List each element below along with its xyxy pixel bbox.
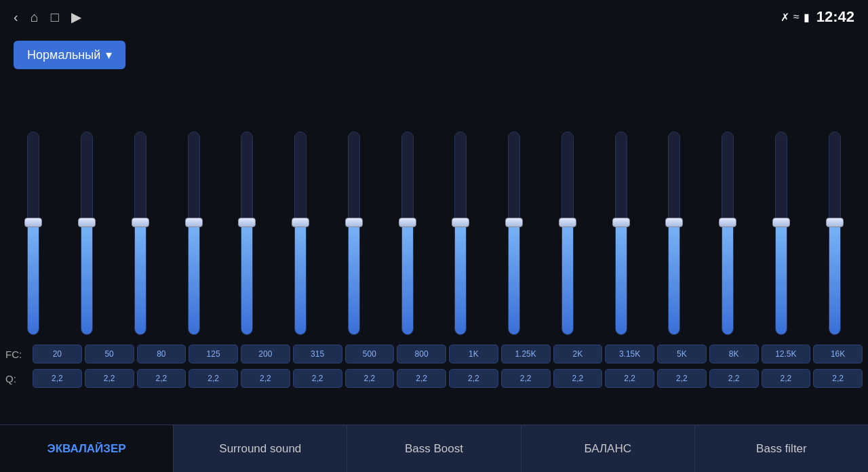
- fc-button-13[interactable]: 8K: [709, 345, 759, 363]
- slider-thumb-4[interactable]: [238, 218, 256, 227]
- q-button-11[interactable]: 2,2: [605, 369, 654, 388]
- slider-column-12[interactable]: [648, 78, 701, 342]
- fc-button-3[interactable]: 125: [189, 345, 238, 363]
- slider-thumb-2[interactable]: [132, 218, 149, 227]
- slider-fill-5: [295, 222, 306, 334]
- q-button-4[interactable]: 2,2: [241, 369, 290, 388]
- slider-column-14[interactable]: [755, 78, 808, 342]
- slider-thumb-11[interactable]: [612, 218, 630, 227]
- fc-buttons[interactable]: 2050801252003155008001K1.25K2K3.15K5K8K1…: [33, 345, 863, 363]
- slider-column-4[interactable]: [220, 78, 274, 342]
- tab-balance[interactable]: БАЛАНС: [521, 425, 695, 472]
- fc-button-8[interactable]: 1K: [449, 345, 498, 363]
- q-button-7[interactable]: 2,2: [397, 369, 446, 388]
- slider-track-15: [829, 132, 841, 335]
- slider-column-11[interactable]: [594, 78, 648, 342]
- q-button-14[interactable]: 2,2: [762, 369, 811, 388]
- slider-thumb-5[interactable]: [292, 218, 309, 227]
- q-button-5[interactable]: 2,2: [293, 369, 342, 388]
- slider-column-0[interactable]: [7, 78, 60, 342]
- slider-column-7[interactable]: [380, 78, 434, 342]
- slider-column-1[interactable]: [60, 78, 114, 342]
- fc-button-10[interactable]: 2K: [553, 345, 603, 363]
- slider-thumb-9[interactable]: [505, 218, 523, 227]
- slider-wrapper-3[interactable]: [184, 125, 203, 342]
- fc-button-12[interactable]: 5K: [657, 345, 707, 363]
- tab-bass-boost[interactable]: Bass Boost: [347, 425, 521, 472]
- q-button-8[interactable]: 2,2: [449, 369, 498, 388]
- fc-button-5[interactable]: 315: [293, 345, 342, 363]
- slider-column-13[interactable]: [701, 78, 755, 342]
- slider-fill-8: [455, 222, 466, 334]
- q-button-12[interactable]: 2,2: [657, 369, 707, 388]
- q-button-13[interactable]: 2,2: [709, 369, 759, 388]
- fc-button-14[interactable]: 12.5K: [762, 345, 811, 363]
- slider-wrapper-7[interactable]: [398, 125, 417, 342]
- slider-wrapper-1[interactable]: [77, 125, 96, 342]
- slider-wrapper-4[interactable]: [237, 125, 256, 342]
- slider-column-3[interactable]: [167, 78, 220, 342]
- slider-wrapper-14[interactable]: [772, 125, 791, 342]
- slider-wrapper-8[interactable]: [451, 125, 470, 342]
- fc-button-0[interactable]: 20: [33, 345, 82, 363]
- slider-thumb-6[interactable]: [345, 218, 363, 227]
- slider-column-6[interactable]: [328, 78, 381, 342]
- q-button-0[interactable]: 2,2: [33, 369, 82, 388]
- fc-button-7[interactable]: 800: [397, 345, 446, 363]
- slider-wrapper-5[interactable]: [291, 125, 310, 342]
- nav-icons[interactable]: ‹ ⌂ □ ▶: [14, 9, 81, 25]
- slider-column-2[interactable]: [114, 78, 167, 342]
- slider-thumb-10[interactable]: [559, 218, 576, 227]
- q-buttons[interactable]: 2,22,22,22,22,22,22,22,22,22,22,22,22,22…: [33, 369, 863, 388]
- q-button-6[interactable]: 2,2: [345, 369, 395, 388]
- fc-button-2[interactable]: 80: [137, 345, 186, 363]
- slider-column-10[interactable]: [541, 78, 595, 342]
- home-icon[interactable]: ⌂: [31, 9, 39, 25]
- slider-thumb-12[interactable]: [665, 218, 683, 227]
- slider-thumb-14[interactable]: [772, 218, 790, 227]
- fc-button-1[interactable]: 50: [85, 345, 134, 363]
- q-button-3[interactable]: 2,2: [189, 369, 238, 388]
- q-button-15[interactable]: 2,2: [813, 369, 863, 388]
- slider-column-8[interactable]: [434, 78, 488, 342]
- q-button-9[interactable]: 2,2: [501, 369, 551, 388]
- window-icon[interactable]: □: [51, 9, 59, 25]
- slider-thumb-15[interactable]: [826, 218, 844, 227]
- fc-button-11[interactable]: 3.15K: [605, 345, 654, 363]
- play-icon[interactable]: ▶: [71, 9, 81, 25]
- slider-fill-14: [776, 222, 787, 334]
- slider-column-15[interactable]: [808, 78, 861, 342]
- slider-thumb-8[interactable]: [452, 218, 469, 227]
- preset-button[interactable]: Нормальный ▾: [14, 41, 125, 69]
- slider-wrapper-9[interactable]: [505, 125, 524, 342]
- tab-bar[interactable]: ЭКВАЛАЙЗЕРSurround soundBass BoostБАЛАНС…: [0, 425, 868, 472]
- q-button-2[interactable]: 2,2: [137, 369, 186, 388]
- q-button-1[interactable]: 2,2: [85, 369, 134, 388]
- slider-wrapper-6[interactable]: [344, 125, 363, 342]
- status-right: ✗ ≈ ▮ 12:42: [781, 8, 854, 26]
- fc-button-15[interactable]: 16K: [813, 345, 863, 363]
- slider-column-9[interactable]: [488, 78, 541, 342]
- slider-wrapper-10[interactable]: [558, 125, 577, 342]
- tab-surround[interactable]: Surround sound: [174, 425, 347, 472]
- fc-button-4[interactable]: 200: [241, 345, 290, 363]
- slider-wrapper-11[interactable]: [612, 125, 631, 342]
- tab-bass-filter[interactable]: Bass filter: [695, 425, 868, 472]
- fc-button-6[interactable]: 500: [345, 345, 395, 363]
- slider-thumb-7[interactable]: [399, 218, 416, 227]
- slider-thumb-0[interactable]: [24, 218, 42, 227]
- tab-equalizer[interactable]: ЭКВАЛАЙЗЕР: [0, 425, 174, 472]
- slider-wrapper-12[interactable]: [665, 125, 684, 342]
- slider-wrapper-0[interactable]: [24, 125, 43, 342]
- q-button-10[interactable]: 2,2: [553, 369, 603, 388]
- slider-column-5[interactable]: [274, 78, 328, 342]
- slider-thumb-13[interactable]: [719, 218, 736, 227]
- status-icons: ✗ ≈ ▮: [781, 11, 810, 24]
- slider-wrapper-15[interactable]: [825, 125, 844, 342]
- slider-wrapper-13[interactable]: [718, 125, 737, 342]
- back-icon[interactable]: ‹: [14, 9, 18, 25]
- slider-thumb-3[interactable]: [185, 218, 203, 227]
- slider-thumb-1[interactable]: [78, 218, 96, 227]
- slider-wrapper-2[interactable]: [131, 125, 150, 342]
- fc-button-9[interactable]: 1.25K: [501, 345, 551, 363]
